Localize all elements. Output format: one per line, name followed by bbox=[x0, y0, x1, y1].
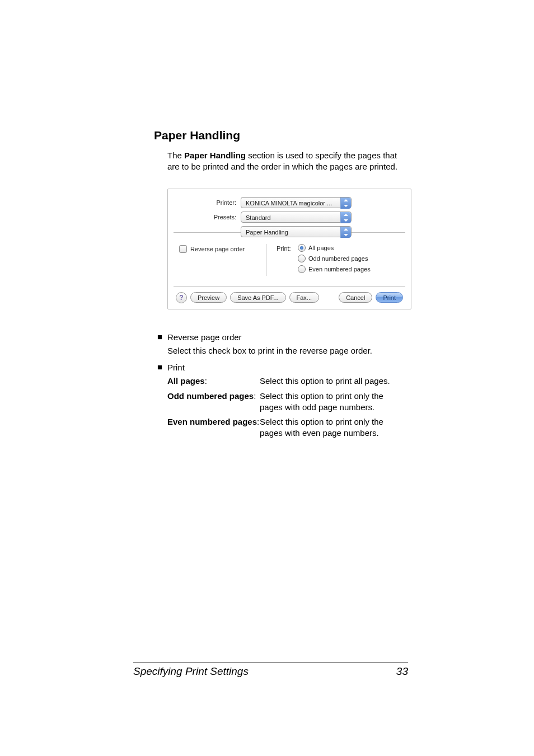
option-all-def: Select this option to print all pages. bbox=[260, 375, 405, 387]
dialog-body: Reverse page order Print: All pages Odd … bbox=[176, 244, 403, 276]
updown-icon bbox=[340, 198, 351, 209]
print-button[interactable]: Print bbox=[376, 292, 403, 303]
option-odd-term: Odd numbered pages: bbox=[167, 391, 260, 414]
radio-all-label: All pages bbox=[308, 245, 334, 251]
list-item-reverse-desc: Select this check box to print in the re… bbox=[167, 345, 405, 356]
help-icon: ? bbox=[179, 294, 183, 302]
radio-row-all: Print: All pages bbox=[277, 244, 371, 253]
option-row: Odd numbered pages: Select this option t… bbox=[167, 391, 405, 414]
option-even-def: Select this option to print only the pag… bbox=[260, 416, 405, 439]
dialog-right: Print: All pages Odd numbered pages bbox=[266, 244, 371, 276]
checkbox-box-icon bbox=[179, 245, 187, 253]
radio-icon bbox=[298, 265, 306, 273]
option-odd-term-text: Odd numbered pages bbox=[167, 391, 254, 401]
pane-dropdown[interactable]: Paper Handling bbox=[241, 226, 352, 237]
list-item: ■ Print bbox=[157, 362, 405, 373]
radio-dot-icon bbox=[300, 246, 303, 250]
option-even-term-text: Even numbered pages bbox=[167, 417, 257, 426]
print-group-label: Print: bbox=[277, 245, 298, 252]
option-row: Even numbered pages: Select this option … bbox=[167, 416, 405, 439]
help-button[interactable]: ? bbox=[176, 292, 187, 303]
bullet-icon: ■ bbox=[157, 332, 167, 343]
option-odd-def: Select this option to print only the pag… bbox=[260, 391, 405, 414]
presets-row: Presets: Standard bbox=[176, 212, 403, 223]
radio-odd-pages[interactable]: Odd numbered pages bbox=[298, 255, 368, 262]
printer-row: Printer: KONICA MINOLTA magicolor ... bbox=[176, 197, 403, 208]
intro-paragraph: The Paper Handling section is used to sp… bbox=[167, 150, 405, 173]
option-all-term: All pages: bbox=[167, 375, 260, 387]
bullet-icon: ■ bbox=[157, 362, 167, 373]
dialog-divider bbox=[174, 286, 405, 287]
list-item-print-title: Print bbox=[167, 362, 405, 373]
presets-label: Presets: bbox=[176, 214, 241, 220]
save-pdf-button[interactable]: Save As PDF... bbox=[230, 292, 285, 303]
updown-icon bbox=[340, 227, 351, 238]
print-options: All pages: Select this option to print a… bbox=[167, 375, 405, 439]
option-all-term-text: All pages bbox=[167, 376, 205, 386]
pane-separator: Paper Handling bbox=[176, 226, 403, 237]
cancel-button[interactable]: Cancel bbox=[339, 292, 372, 303]
footer-row: Specifying Print Settings 33 bbox=[133, 665, 408, 678]
page: Paper Handling The Paper Handling sectio… bbox=[0, 0, 534, 756]
section-heading: Paper Handling bbox=[154, 129, 405, 142]
dialog-left: Reverse page order bbox=[176, 244, 266, 276]
list-item-reverse-title: Reverse page order bbox=[167, 332, 405, 343]
option-even-term: Even numbered pages: bbox=[167, 416, 260, 439]
radio-row-odd: Odd numbered pages bbox=[277, 255, 371, 264]
intro-prefix: The bbox=[167, 151, 184, 160]
radio-icon bbox=[298, 255, 306, 262]
radio-all-pages[interactable]: All pages bbox=[298, 244, 334, 252]
option-row: All pages: Select this option to print a… bbox=[167, 375, 405, 387]
radio-even-pages[interactable]: Even numbered pages bbox=[298, 265, 371, 273]
updown-icon bbox=[340, 212, 351, 223]
reverse-order-checkbox[interactable]: Reverse page order bbox=[179, 245, 266, 253]
intro-bold: Paper Handling bbox=[184, 151, 246, 160]
list-item: ■ Reverse page order bbox=[157, 332, 405, 343]
radio-even-label: Even numbered pages bbox=[308, 266, 371, 273]
pane-value: Paper Handling bbox=[246, 229, 288, 236]
page-footer: Specifying Print Settings 33 bbox=[133, 663, 408, 678]
printer-label: Printer: bbox=[176, 199, 241, 206]
footer-title: Specifying Print Settings bbox=[133, 665, 249, 678]
print-dialog: Printer: KONICA MINOLTA magicolor ... Pr… bbox=[167, 189, 411, 309]
presets-dropdown[interactable]: Standard bbox=[241, 212, 352, 223]
explanation-list: ■ Reverse page order Select this check b… bbox=[157, 332, 405, 439]
radio-odd-label: Odd numbered pages bbox=[308, 255, 368, 262]
radio-row-even: Even numbered pages bbox=[277, 265, 371, 274]
reverse-order-label: Reverse page order bbox=[190, 246, 245, 252]
dialog-button-row: ? Preview Save As PDF... Fax... Cancel P… bbox=[176, 292, 403, 303]
printer-dropdown[interactable]: KONICA MINOLTA magicolor ... bbox=[241, 197, 352, 208]
radio-icon bbox=[298, 244, 306, 252]
printer-value: KONICA MINOLTA magicolor ... bbox=[246, 200, 332, 206]
presets-value: Standard bbox=[246, 214, 271, 221]
fax-button[interactable]: Fax... bbox=[289, 292, 320, 303]
page-number: 33 bbox=[396, 665, 408, 678]
footer-rule bbox=[133, 663, 408, 663]
preview-button[interactable]: Preview bbox=[190, 292, 227, 303]
